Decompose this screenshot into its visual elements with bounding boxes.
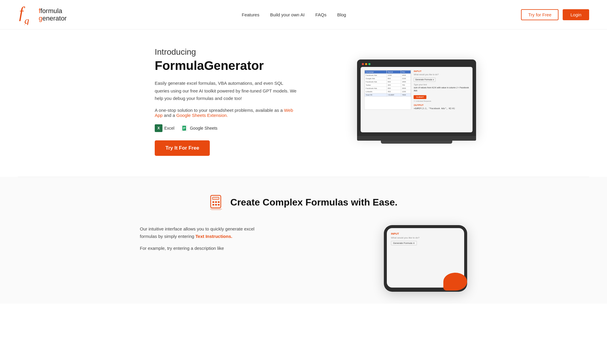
input-label: INPUT — [414, 70, 469, 73]
laptop-screen: Campaign Spend Rev Facebook Ads12003400 … — [361, 67, 473, 132]
section2-title: Create Complex Formulas with Ease. — [230, 197, 398, 208]
google-sheets-badge: Google Sheets — [180, 124, 218, 132]
svg-rect-12 — [218, 201, 220, 203]
logo-line1: fformula — [39, 7, 67, 15]
svg-rect-6 — [183, 129, 184, 129]
laptop-stand — [381, 141, 452, 144]
hero-illustration: Campaign Spend Rev Facebook Ads12003400 … — [357, 59, 476, 144]
panel-dropdown: Generate Formula ∨ — [414, 78, 436, 82]
logo[interactable]: f g fformula generator — [18, 4, 67, 25]
logo-icon: f g — [18, 4, 39, 25]
panel-output-value: =SUMIF(J:J, "Facebook Ads", K2:K) — [414, 107, 469, 110]
hero-section: Introducing FormulaGenerator Easily gene… — [95, 29, 512, 177]
decorative-blob — [443, 273, 467, 291]
excel-label: Excel — [164, 126, 174, 131]
google-sheets-icon — [180, 124, 188, 132]
hero-intro: Introducing — [155, 47, 298, 57]
svg-rect-11 — [215, 201, 217, 203]
section2: Create Complex Formulas with Ease. Our i… — [0, 177, 607, 304]
svg-rect-10 — [212, 201, 214, 203]
panel-text-value: sum of values from K2:K with value in co… — [414, 86, 469, 92]
navbar: f g fformula generator Features Build yo… — [0, 0, 607, 29]
svg-text:g: g — [24, 15, 29, 25]
hero-subtext: A one-stop solution to your spreadsheet … — [155, 108, 298, 118]
laptop-mockup: Campaign Spend Rev Facebook Ads12003400 … — [357, 59, 476, 144]
svg-rect-14 — [215, 204, 217, 205]
nav-links: Features Build your own AI FAQs Blog — [242, 12, 346, 17]
phone-mockup: INPUT What would you like to do? Generat… — [384, 225, 467, 292]
hero-cta-button[interactable]: Try It For Free — [155, 140, 210, 156]
hero-description: Easily generate excel formulas, VBA auto… — [155, 79, 298, 102]
hero-title: FormulaGenerator — [155, 59, 298, 73]
section2-para2: For example, try entering a description … — [140, 244, 265, 252]
panel-unlimited: ♾ Unlimited Requests — [414, 100, 469, 102]
phone-screen: INPUT What would you like to do? Generat… — [387, 228, 464, 288]
calculator-icon — [209, 195, 225, 210]
login-button[interactable]: Login — [563, 9, 589, 20]
laptop-body: Campaign Spend Rev Facebook Ads12003400 … — [357, 59, 476, 136]
logo-text: fformula generator — [39, 7, 67, 22]
hero-content: Introducing FormulaGenerator Easily gene… — [155, 47, 298, 156]
panel-output-label: OUTPUT — [414, 104, 469, 106]
svg-rect-15 — [218, 204, 220, 205]
nav-features[interactable]: Features — [242, 12, 259, 17]
google-sheets-label: Google Sheets — [190, 126, 218, 131]
phone-question: What would you like to do? — [391, 236, 460, 239]
nav-blog[interactable]: Blog — [337, 12, 346, 17]
svg-rect-13 — [212, 204, 214, 205]
nav-buttons: Try for Free Login — [521, 9, 589, 20]
nav-build-ai[interactable]: Build your own AI — [270, 12, 305, 17]
panel-text-label: Type your text — [414, 84, 469, 86]
phone-body: INPUT What would you like to do? Generat… — [384, 225, 467, 292]
svg-rect-5 — [183, 128, 185, 128]
phone-input-label: INPUT — [391, 232, 460, 235]
panel-question: What would you like to do? — [414, 73, 469, 76]
svg-rect-4 — [183, 127, 185, 128]
section2-para1: Our intuitive interface allows you to qu… — [140, 225, 265, 240]
formula-panel: INPUT What would you like to do? Generat… — [414, 70, 469, 110]
panel-submit-button: SUBMIT — [414, 95, 426, 99]
laptop-base — [357, 136, 476, 141]
section2-body: Our intuitive interface allows you to qu… — [140, 225, 467, 292]
excel-icon: X — [155, 124, 162, 132]
section2-text: Our intuitive interface allows you to qu… — [140, 225, 265, 256]
svg-rect-8 — [212, 197, 219, 200]
section2-header: Create Complex Formulas with Ease. — [18, 195, 589, 210]
excel-badge: X Excel — [155, 124, 174, 132]
extension-link[interactable]: Google Sheets Extension. — [176, 113, 228, 118]
spreadsheet-preview: Campaign Spend Rev Facebook Ads12003400 … — [364, 70, 411, 110]
nav-faqs[interactable]: FAQs — [315, 12, 327, 17]
platform-badges: X Excel Google Sheets — [155, 124, 298, 132]
logo-line2: generator — [39, 15, 67, 22]
phone-dropdown: Generate Formula ∨ — [391, 241, 417, 245]
try-free-nav-button[interactable]: Try for Free — [521, 9, 558, 20]
text-instructions-link[interactable]: Text Instructions. — [195, 234, 232, 239]
